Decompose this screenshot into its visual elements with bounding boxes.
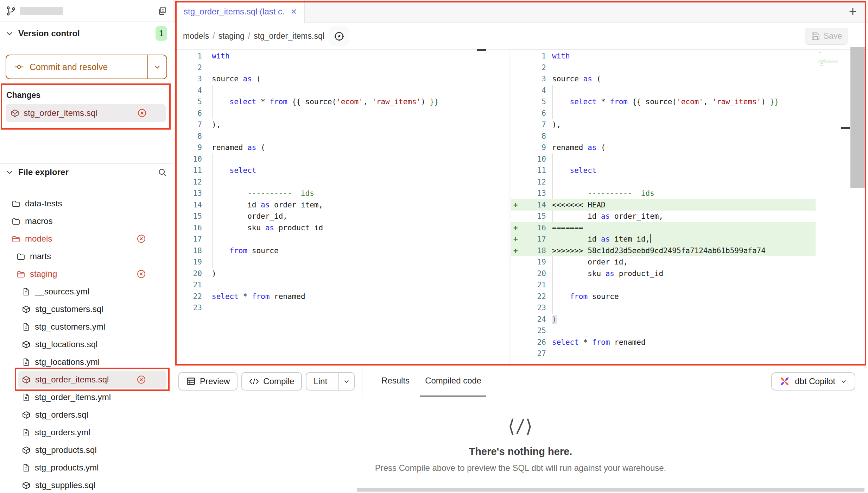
code-line[interactable]: 19 order_id,	[511, 256, 841, 268]
code-line[interactable]: 5 select * from {{ source('ecom', 'raw_i…	[511, 96, 841, 108]
code-line[interactable]: 21	[176, 279, 486, 291]
tree-item-stg-customers-yml[interactable]: stg_customers.yml	[0, 318, 173, 336]
code-line[interactable]: 10	[176, 154, 486, 165]
code-line[interactable]: 20)	[176, 268, 486, 280]
code-line[interactable]: 18 from source	[176, 245, 486, 257]
conflict-status-icon[interactable]	[137, 269, 146, 279]
conflict-status-icon[interactable]	[137, 234, 146, 244]
code-line[interactable]: 25	[511, 325, 841, 337]
code-line[interactable]: 11 select	[511, 165, 841, 176]
code-line[interactable]: 8	[176, 131, 486, 142]
lint-button[interactable]: Lint	[306, 373, 334, 390]
code-line[interactable]: 23	[176, 302, 486, 314]
code-line[interactable]: 8	[511, 131, 841, 142]
tree-item-stg-orders-sql[interactable]: stg_orders.sql	[0, 406, 173, 424]
breadcrumb-part[interactable]: staging	[218, 31, 245, 40]
conflict-status-icon[interactable]	[137, 375, 146, 385]
code-line[interactable]: 5 select * from {{ source('ecom', 'raw_i…	[176, 96, 486, 108]
vertical-scrollbar-thumb[interactable]	[850, 47, 865, 188]
tree-item-stg-supplies-sql[interactable]: stg_supplies.sql	[0, 476, 173, 493]
code-line[interactable]: 27	[818, 68, 838, 69]
code-line[interactable]: 20 sku as product_id	[511, 268, 841, 280]
code-line[interactable]: 15 id as order_item,	[511, 211, 841, 222]
code-line[interactable]: 9renamed as (	[511, 142, 841, 154]
breadcrumb-part[interactable]: models	[183, 31, 209, 40]
lint-options-caret[interactable]	[338, 373, 354, 390]
code-line[interactable]: 6	[176, 108, 486, 119]
search-icon[interactable]	[158, 168, 167, 177]
tree-item-stg-products-yml[interactable]: stg_products.yml	[0, 459, 173, 476]
code-line[interactable]: 10	[511, 154, 841, 165]
save-button[interactable]: Save	[805, 28, 848, 45]
code-line[interactable]: 14 id as order_item,	[176, 199, 486, 211]
code-line[interactable]: 13 ---------- ids	[176, 188, 486, 199]
diff-pane-original[interactable]: 1with23source as (45 select * from {{ so…	[176, 50, 486, 366]
code-line[interactable]: 7),	[511, 119, 841, 131]
code-line[interactable]: 16 sku as product_id	[176, 222, 486, 234]
code-line[interactable]: 26select * from renamed	[511, 337, 841, 348]
code-line[interactable]: 1with	[511, 50, 841, 62]
code-line[interactable]: 19	[176, 256, 486, 268]
tree-item-marts[interactable]: marts	[0, 248, 173, 265]
code-line[interactable]: 2	[511, 62, 841, 74]
commit-options-caret[interactable]	[147, 55, 166, 79]
code-line[interactable]: 3source as (	[176, 73, 486, 85]
tree-item-stg-locations-yml[interactable]: stg_locations.yml	[0, 353, 173, 371]
dbt-copilot-button[interactable]: dbt Copilot	[771, 372, 855, 391]
diff-pane-current[interactable]: 1with23source as (45 select * from {{ so…	[511, 50, 841, 366]
code-line[interactable]: +17 id as item_id,	[511, 233, 841, 245]
tree-item-data-tests[interactable]: data-tests	[0, 195, 173, 212]
tab-stg-order-items[interactable]: stg_order_items.sql (last c... ×	[176, 0, 305, 23]
tree-item-stg-order-items-sql[interactable]: stg_order_items.sql	[18, 371, 166, 388]
tree-item-stg-locations-sql[interactable]: stg_locations.sql	[0, 336, 173, 353]
tree-item-stg-order-items-yml[interactable]: stg_order_items.yml	[0, 388, 173, 406]
version-control-header[interactable]: Version control 1	[0, 22, 173, 45]
code-line[interactable]: 4	[176, 85, 486, 96]
tree-item--sources-yml[interactable]: __sources.yml	[0, 283, 173, 300]
code-line[interactable]: 15 order_id,	[176, 211, 486, 222]
code-line[interactable]: 4	[511, 85, 841, 96]
pane-resize-handle[interactable]	[477, 49, 486, 51]
code-line[interactable]: 24)	[511, 314, 841, 325]
code-line[interactable]: 23	[511, 302, 841, 314]
tree-item-models[interactable]: models	[0, 230, 173, 248]
minimap[interactable]: 1with23source as (45 select * from {{ so…	[816, 50, 841, 366]
tree-item-staging[interactable]: staging	[0, 265, 173, 283]
code-line[interactable]: 9renamed as (	[176, 142, 486, 154]
code-line[interactable]: 3source as (	[511, 73, 841, 85]
tree-item-macros[interactable]: macros	[0, 212, 173, 230]
code-line[interactable]: 1with	[176, 50, 486, 62]
code-line[interactable]: 22 from source	[511, 291, 841, 302]
code-line[interactable]: 12	[176, 176, 486, 188]
compile-button[interactable]: Compile	[241, 372, 302, 391]
tree-item-stg-orders-yml[interactable]: stg_orders.yml	[0, 424, 173, 441]
code-line[interactable]: +16=======	[511, 222, 841, 234]
scrollbar-resize-handle[interactable]	[841, 127, 850, 129]
code-line[interactable]: 11 select	[176, 165, 486, 176]
code-line[interactable]: 6	[511, 108, 841, 119]
conflict-status-icon[interactable]	[137, 108, 147, 118]
code-line[interactable]: 7),	[176, 119, 486, 131]
tab-compiled-code[interactable]: Compiled code	[420, 366, 486, 397]
copy-icon[interactable]	[157, 6, 167, 16]
tree-item-stg-customers-sql[interactable]: stg_customers.sql	[0, 300, 173, 318]
changed-file-row[interactable]: stg_order_items.sql	[6, 104, 166, 122]
model-health-button[interactable]	[329, 26, 349, 46]
preview-button[interactable]: Preview	[178, 372, 237, 391]
code-line[interactable]: 17	[176, 233, 486, 245]
code-line[interactable]: 22select * from renamed	[176, 291, 486, 302]
code-line[interactable]: 21	[511, 279, 841, 291]
code-line[interactable]: +18>>>>>>> 58c1dd23d5eebd9cd2495fa7124ab…	[511, 245, 841, 257]
code-line[interactable]: +14<<<<<<< HEAD	[511, 199, 841, 211]
close-tab-icon[interactable]: ×	[291, 7, 297, 17]
code-line[interactable]: 27	[511, 348, 841, 360]
commit-and-resolve-button[interactable]: Commit and resolve	[6, 55, 167, 79]
breadcrumb-part[interactable]: stg_order_items.sql	[254, 31, 324, 40]
horizontal-scrollbar[interactable]	[357, 488, 864, 492]
code-line[interactable]: 12	[511, 176, 841, 188]
code-line[interactable]: 13 ---------- ids	[511, 188, 841, 199]
new-tab-button[interactable]: +	[849, 5, 857, 18]
file-explorer-header[interactable]: File explorer	[0, 164, 173, 181]
tab-results[interactable]: Results	[376, 366, 414, 397]
code-line[interactable]: 2	[176, 62, 486, 74]
